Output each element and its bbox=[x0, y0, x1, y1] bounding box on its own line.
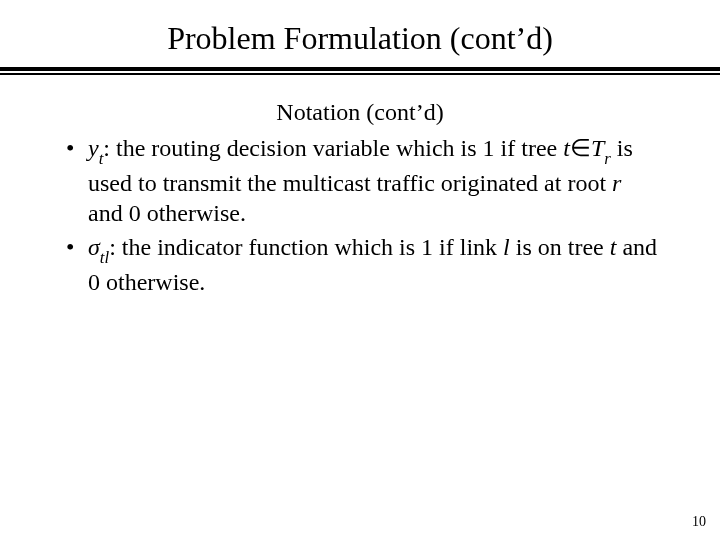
bullet-item-yt: yt: the routing decision variable which … bbox=[60, 133, 660, 228]
b1-set-T-sub: r bbox=[604, 149, 611, 168]
b2-text-b: is on tree bbox=[510, 234, 610, 260]
var-y: y bbox=[88, 135, 99, 161]
slide-body: Notation (cont’d) yt: the routing decisi… bbox=[0, 75, 720, 297]
var-sigma: σ bbox=[88, 234, 100, 260]
b1-text-a: : the routing decision variable which is… bbox=[103, 135, 563, 161]
bullet-item-sigma: σtl: the indicator function which is 1 i… bbox=[60, 232, 660, 297]
page-number: 10 bbox=[692, 514, 706, 530]
b2-l: l bbox=[503, 234, 510, 260]
var-y-sub: t bbox=[99, 149, 104, 168]
slide-title: Problem Formulation (cont’d) bbox=[167, 20, 553, 57]
var-sigma-sub: tl bbox=[100, 248, 109, 267]
slide: { "title": "Problem Formulation (cont’d)… bbox=[0, 0, 720, 540]
b1-t: t bbox=[563, 135, 570, 161]
b1-text-c: and 0 otherwise. bbox=[88, 200, 246, 226]
elem-of-icon: ∈ bbox=[570, 135, 591, 161]
title-area: Problem Formulation (cont’d) bbox=[0, 0, 720, 57]
title-underline bbox=[0, 67, 720, 75]
b2-text-a: : the indicator function which is 1 if l… bbox=[109, 234, 503, 260]
bullet-list: yt: the routing decision variable which … bbox=[60, 133, 660, 297]
b1-set-T: T bbox=[591, 135, 604, 161]
notation-subhead: Notation (cont’d) bbox=[60, 97, 660, 127]
b1-root-r: r bbox=[612, 170, 621, 196]
